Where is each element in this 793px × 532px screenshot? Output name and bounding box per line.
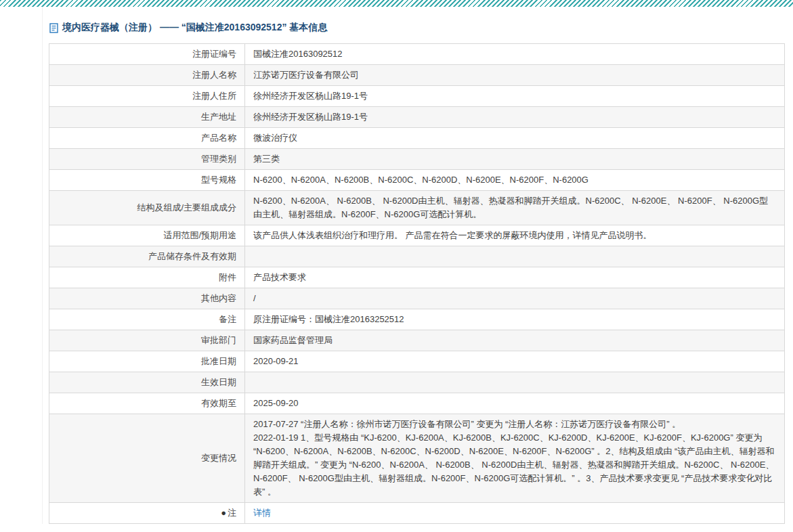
table-row: 型号规格 N-6200、N-6200A、N-6200B、N-6200C、N-62… bbox=[49, 170, 785, 191]
document-icon bbox=[49, 23, 58, 33]
row-value: 江苏诺万医疗设备有限公司 bbox=[245, 65, 785, 86]
row-value: N-6200、N-6200A、 N-6200B、 N-6200D由主机、辐射器、… bbox=[245, 191, 785, 225]
table-row: 备注 原注册证编号：国械注准20163252512 bbox=[49, 309, 785, 330]
row-value: 国械注准20163092512 bbox=[245, 44, 785, 65]
table-row: 管理类别 第三类 bbox=[49, 149, 785, 170]
page-title: 境内医疗器械（注册） —— “国械注准20163092512” 基本信息 bbox=[62, 22, 327, 34]
table-row: 其他内容 / bbox=[49, 288, 785, 309]
table-row: 产品名称 微波治疗仪 bbox=[49, 128, 785, 149]
row-label: 其他内容 bbox=[49, 288, 245, 309]
detail-link[interactable]: 详情 bbox=[253, 508, 271, 518]
table-row: 变更情况 2017-07-27 “注册人名称：徐州市诺万医疗设备有限公司” 变更… bbox=[49, 414, 785, 503]
note-label: 注 bbox=[228, 508, 236, 518]
registration-info-table: 注册证编号 国械注准20163092512 注册人名称 江苏诺万医疗设备有限公司… bbox=[49, 43, 785, 524]
row-value: N-6200、N-6200A、N-6200B、N-6200C、N-6200D、N… bbox=[245, 170, 785, 191]
row-value: 2025-09-20 bbox=[245, 393, 785, 414]
table-row: 注册证编号 国械注准20163092512 bbox=[49, 44, 785, 65]
row-value: 详情 bbox=[245, 503, 785, 524]
row-value: 该产品供人体浅表组织治疗和理疗用。 产品需在符合一定要求的屏蔽环境内使用，详情见… bbox=[245, 225, 785, 246]
table-row: 结构及组成/主要组成成分 N-6200、N-6200A、 N-6200B、 N-… bbox=[49, 191, 785, 225]
row-label: 生产地址 bbox=[49, 107, 245, 128]
row-label: 附件 bbox=[49, 267, 245, 288]
row-value: / bbox=[245, 288, 785, 309]
table-row: 注册人名称 江苏诺万医疗设备有限公司 bbox=[49, 65, 785, 86]
table-row: 适用范围/预期用途 该产品供人体浅表组织治疗和理疗用。 产品需在符合一定要求的屏… bbox=[49, 225, 785, 246]
row-label: 备注 bbox=[49, 309, 245, 330]
table-row-note: ●注 详情 bbox=[49, 503, 785, 524]
row-label: 适用范围/预期用途 bbox=[49, 225, 245, 246]
table-row: 生效日期 bbox=[49, 372, 785, 393]
row-label: 批准日期 bbox=[49, 351, 245, 372]
table-row: 有效期至 2025-09-20 bbox=[49, 393, 785, 414]
row-label: 注册证编号 bbox=[49, 44, 245, 65]
table-row: 附件 产品技术要求 bbox=[49, 267, 785, 288]
table-row: 审批部门 国家药品监督管理局 bbox=[49, 330, 785, 351]
page-header: 境内医疗器械（注册） —— “国械注准20163092512” 基本信息 bbox=[43, 22, 784, 34]
table-row: 产品储存条件及有效期 bbox=[49, 246, 785, 267]
row-label: 管理类别 bbox=[49, 149, 245, 170]
content-panel: 境内医疗器械（注册） —— “国械注准20163092512” 基本信息 注册证… bbox=[42, 7, 784, 524]
row-label: 型号规格 bbox=[49, 170, 245, 191]
note-icon: ● bbox=[221, 506, 226, 520]
row-label: 产品储存条件及有效期 bbox=[49, 246, 245, 267]
row-label: 结构及组成/主要组成成分 bbox=[49, 191, 245, 225]
row-value: 徐州经济开发区杨山路19-1号 bbox=[245, 86, 785, 107]
row-value: 原注册证编号：国械注准20163252512 bbox=[245, 309, 785, 330]
row-value bbox=[245, 372, 785, 393]
row-value: 徐州经济开发区杨山路19-1号 bbox=[245, 107, 785, 128]
row-label: 注册人住所 bbox=[49, 86, 245, 107]
table-row: 批准日期 2020-09-21 bbox=[49, 351, 785, 372]
row-value: 第三类 bbox=[245, 149, 785, 170]
row-label: 注册人名称 bbox=[49, 65, 245, 86]
row-value bbox=[245, 246, 785, 267]
row-value: 产品技术要求 bbox=[245, 267, 785, 288]
row-label: 生效日期 bbox=[49, 372, 245, 393]
row-value: 2017-07-27 “注册人名称：徐州市诺万医疗设备有限公司” 变更为 “注册… bbox=[245, 414, 785, 503]
table-row: 生产地址 徐州经济开发区杨山路19-1号 bbox=[49, 107, 785, 128]
row-value: 微波治疗仪 bbox=[245, 128, 785, 149]
table-row: 注册人住所 徐州经济开发区杨山路19-1号 bbox=[49, 86, 785, 107]
decorative-stripe-bar bbox=[0, 0, 793, 7]
row-label: 变更情况 bbox=[49, 414, 245, 503]
row-label: 产品名称 bbox=[49, 128, 245, 149]
row-label: 有效期至 bbox=[49, 393, 245, 414]
row-label: 审批部门 bbox=[49, 330, 245, 351]
row-label: ●注 bbox=[49, 503, 245, 524]
row-value: 2020-09-21 bbox=[245, 351, 785, 372]
row-value: 国家药品监督管理局 bbox=[245, 330, 785, 351]
